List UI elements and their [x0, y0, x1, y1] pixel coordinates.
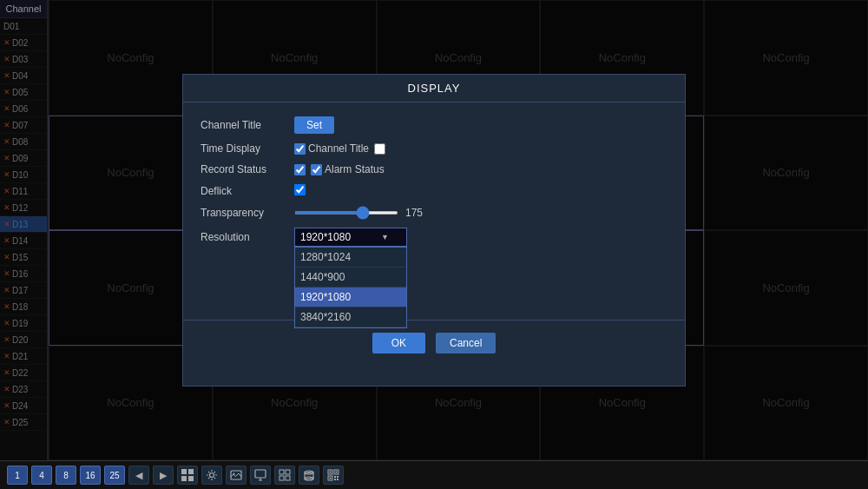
display-dialog: DISPLAY Channel Title Set Time Display C…: [182, 74, 686, 387]
resolution-current-value: 1920*1080: [300, 231, 351, 243]
alarm-status-checkbox[interactable]: [311, 164, 322, 175]
transparency-slider[interactable]: [294, 211, 398, 215]
svg-point-15: [307, 472, 311, 473]
dialog-title: DISPLAY: [183, 75, 685, 102]
svg-rect-7: [255, 470, 266, 478]
transparency-slider-container: 175: [294, 207, 431, 219]
channel-title-checkbox-label[interactable]: Channel Title: [294, 142, 369, 155]
resolution-display[interactable]: 1920*1080 ▼: [294, 228, 407, 247]
dialog-footer: OK Cancel: [183, 320, 685, 366]
svg-rect-25: [337, 479, 339, 480]
svg-rect-1: [188, 469, 194, 474]
alarm-status-label[interactable]: Alarm Status: [311, 163, 385, 175]
chevron-down-icon: ▼: [381, 233, 389, 241]
resolution-option-1440x900[interactable]: 1440*900: [295, 268, 406, 287]
svg-rect-8: [279, 470, 284, 474]
cancel-button[interactable]: Cancel: [436, 333, 496, 354]
deflick-label: Deflick: [201, 185, 287, 197]
view-8-button[interactable]: 8: [56, 466, 76, 485]
record-status-label: Record Status: [201, 163, 287, 175]
time-display-checkboxes: Channel Title: [294, 142, 385, 155]
transparency-label: Transparency: [201, 207, 287, 219]
settings-button[interactable]: [201, 466, 222, 485]
svg-rect-9: [286, 470, 290, 474]
channel-title-checkbox[interactable]: [294, 143, 306, 155]
disk-button[interactable]: [299, 466, 319, 485]
svg-rect-2: [181, 476, 187, 481]
layout-button[interactable]: [177, 466, 198, 485]
record-status-checked-label[interactable]: [294, 164, 306, 175]
resolution-option-1920x1080[interactable]: 1920*1080: [295, 287, 406, 307]
svg-rect-23: [337, 476, 339, 478]
deflick-checkbox[interactable]: [294, 184, 306, 195]
channel-title-label: Channel Title: [201, 119, 287, 131]
set-button[interactable]: Set: [294, 116, 334, 134]
svg-rect-22: [334, 476, 336, 478]
view-16-button[interactable]: 16: [80, 466, 101, 485]
channel-title-unchecked[interactable]: [374, 143, 385, 155]
deflick-checkbox-label[interactable]: [294, 184, 306, 198]
svg-rect-10: [279, 476, 284, 480]
svg-rect-3: [188, 476, 194, 481]
prev-button[interactable]: ◀: [128, 466, 149, 485]
transparency-row: Transparency 175: [201, 207, 667, 219]
record-status-checkbox[interactable]: [294, 164, 306, 175]
time-display-label: Time Display: [201, 142, 287, 155]
channel-title-row: Channel Title Set: [201, 116, 667, 134]
resolution-option-3840x2160[interactable]: 3840*2160: [295, 307, 406, 327]
dialog-body: Channel Title Set Time Display Channel T…: [183, 102, 685, 302]
record-status-row: Record Status Alarm Status: [201, 163, 667, 175]
deflick-row: Deflick: [201, 184, 667, 198]
svg-rect-24: [334, 479, 336, 480]
svg-rect-19: [336, 472, 338, 473]
resolution-wrapper: 1920*1080 ▼ 1280*10241440*9001920*108038…: [294, 228, 407, 247]
toolbar: 1 4 8 16 25 ◀ ▶: [0, 460, 868, 489]
svg-point-4: [210, 473, 214, 478]
modal-overlay: DISPLAY Channel Title Set Time Display C…: [0, 0, 868, 460]
transparency-value: 175: [405, 207, 431, 219]
resolution-row: Resolution 1920*1080 ▼ 1280*10241440*900…: [201, 228, 667, 247]
display-button[interactable]: [250, 466, 271, 485]
record-status-checkboxes: Alarm Status: [294, 163, 385, 175]
qr-button[interactable]: [323, 466, 344, 485]
resolution-dropdown: 1280*10241440*9001920*10803840*2160: [294, 247, 407, 328]
channel-title-unchecked-label[interactable]: [374, 143, 385, 155]
resolution-option-1280x1024[interactable]: 1280*1024: [295, 248, 406, 268]
resolution-label: Resolution: [201, 228, 287, 243]
ok-button[interactable]: OK: [372, 333, 425, 354]
svg-rect-21: [330, 478, 332, 479]
view-4-button[interactable]: 4: [31, 466, 52, 485]
tour-row: Tour: [201, 255, 667, 280]
time-display-row: Time Display Channel Title: [201, 142, 667, 155]
svg-rect-11: [286, 476, 290, 480]
grid2-button[interactable]: [274, 466, 295, 485]
svg-rect-17: [330, 472, 332, 473]
view-25-button[interactable]: 25: [104, 466, 125, 485]
svg-rect-0: [181, 469, 187, 474]
view-1-button[interactable]: 1: [7, 466, 28, 485]
next-button[interactable]: ▶: [153, 466, 174, 485]
image-button[interactable]: [226, 466, 247, 485]
